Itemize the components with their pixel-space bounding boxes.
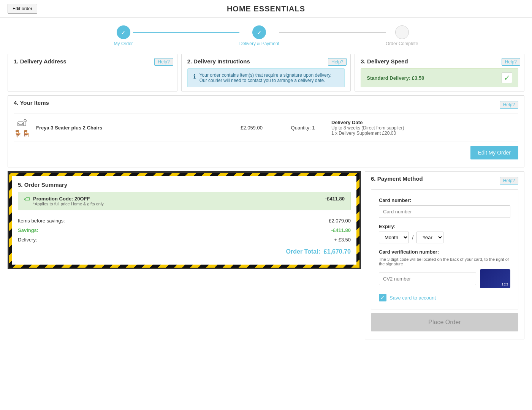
delivery-speed-title: 3. Delivery Speed	[361, 58, 518, 65]
savings-value: -£411.80	[331, 227, 351, 233]
item-delivery-title: Delivery Date	[331, 120, 518, 125]
delivery-speed-option[interactable]: Standard Delivery: £3.50 ✓	[361, 68, 518, 87]
delivery-speed-section: 3. Delivery Speed Help? Standard Deliver…	[355, 54, 524, 91]
edit-order-footer: Edit My Order	[14, 142, 518, 163]
delivery-instructions-title: 2. Delivery Instructions	[187, 58, 345, 65]
delivery-speed-check: ✓	[502, 73, 512, 83]
item-name: Freya 3 Seater plus 2 Chairs	[36, 125, 223, 131]
items-before-savings-value: £2,079.00	[329, 218, 351, 224]
edit-order-button[interactable]: Edit order	[8, 4, 37, 14]
cvv-row: 123	[379, 269, 510, 288]
main-content: 1. Delivery Address Help? 2. Delivery In…	[0, 50, 532, 343]
step-label-order-complete: Order Complete	[386, 41, 418, 46]
month-select[interactable]: Month 01020304 05060708 09101112	[379, 232, 409, 243]
step-line-2	[279, 32, 386, 33]
item-price: £2,059.00	[229, 125, 274, 131]
step-circle-order-complete	[395, 25, 409, 39]
bottom-row: 5. Order Summary 🏷 Promotion Code: 20OFF…	[8, 171, 524, 339]
expiry-slash: /	[412, 234, 413, 241]
item-delivery-supplement: 1 x Delivery Supplement £20.00	[331, 131, 518, 136]
delivery-instructions-info: ℹ Your order contains item(s) that requi…	[187, 68, 345, 87]
delivery-address-section: 1. Delivery Address Help?	[8, 54, 177, 91]
order-summary-wrapper: 5. Order Summary 🏷 Promotion Code: 20OFF…	[8, 171, 361, 339]
expiry-label: Expiry:	[379, 224, 510, 229]
chairs-icon: 🪑🪑	[14, 129, 30, 138]
delivery-address-help[interactable]: Help?	[154, 58, 173, 66]
promo-text-block: Promotion Code: 20OFF *Applies to full p…	[33, 196, 104, 206]
save-card-checkbox[interactable]: ✓	[379, 294, 386, 301]
cvv-input[interactable]	[379, 273, 476, 285]
order-summary-title: 5. Order Summary	[18, 181, 351, 188]
payment-help[interactable]: Help?	[500, 177, 518, 184]
step-label-my-order: My Order	[114, 41, 133, 46]
items-before-savings-label: Items before savings:	[18, 218, 65, 224]
card-number-graphic: 123	[502, 282, 508, 286]
info-icon: ℹ	[193, 73, 196, 80]
your-items-title: 4. Your Items	[14, 99, 49, 106]
step-circle-delivery-payment: ✓	[252, 25, 266, 39]
your-items-help[interactable]: Help?	[500, 101, 518, 109]
delivery-instructions-section: 2. Delivery Instructions Help? ℹ Your or…	[181, 54, 351, 91]
year-select[interactable]: Year 202420252026 2027202820292030	[416, 232, 443, 243]
section-row-1: 1. Delivery Address Help? 2. Delivery In…	[8, 54, 524, 91]
step-my-order: ✓ My Order	[114, 25, 133, 46]
expiry-row: Month 01020304 05060708 09101112 / Year …	[379, 232, 510, 243]
card-graphic: 123	[480, 269, 510, 288]
place-order-button[interactable]: Place Order	[371, 313, 518, 331]
promo-amount: -£411.80	[325, 196, 345, 202]
your-items-section: 4. Your Items Help? 🛋 🪑🪑 Freya 3 Seater …	[8, 95, 524, 167]
step-line-1	[133, 32, 239, 33]
step-label-delivery-payment: Delivery & Payment	[239, 41, 279, 46]
promo-note: *Applies to full price Home & gifts only…	[33, 202, 104, 206]
promo-left: 🏷 Promotion Code: 20OFF *Applies to full…	[24, 196, 104, 206]
order-total-label: Order Total:	[286, 248, 320, 255]
save-card-label[interactable]: Save card to account	[390, 295, 436, 301]
your-items-header: 4. Your Items Help?	[14, 99, 518, 110]
order-total-value: £1,670.70	[324, 248, 351, 255]
delivery-instructions-help[interactable]: Help?	[328, 58, 347, 66]
savings-label: Savings:	[18, 227, 38, 233]
item-image: 🛋 🪑🪑	[14, 118, 30, 138]
hazard-border: 5. Order Summary 🏷 Promotion Code: 20OFF…	[8, 171, 361, 269]
order-summary-inner: 5. Order Summary 🏷 Promotion Code: 20OFF…	[12, 176, 356, 265]
delivery-value: + £3.50	[334, 237, 351, 243]
savings-line: Savings: -£411.80	[18, 226, 351, 235]
payment-method-header: 6. Payment Method Help?	[371, 175, 518, 186]
step-delivery-payment: ✓ Delivery & Payment	[239, 25, 279, 46]
delivery-label: Delivery:	[18, 237, 37, 243]
table-row: 🛋 🪑🪑 Freya 3 Seater plus 2 Chairs £2,059…	[14, 114, 518, 142]
step-order-complete: Order Complete	[386, 25, 418, 46]
payment-method-section: 6. Payment Method Help? Card number: Exp…	[365, 171, 524, 339]
promo-code: Promotion Code: 20OFF	[33, 196, 104, 202]
cvv-description: The 3 digit code will be located on the …	[379, 257, 510, 266]
card-number-input[interactable]	[379, 205, 510, 218]
page-header: Edit order HOME ESSENTIALS	[0, 0, 532, 18]
save-card-row: ✓ Save card to account	[379, 294, 510, 301]
cvv-label: Card verification number:	[379, 249, 510, 255]
delivery-instructions-message: Your order contains item(s) that require…	[200, 73, 339, 83]
item-quantity: Quantity: 1	[280, 125, 326, 131]
edit-my-order-button[interactable]: Edit My Order	[470, 146, 518, 159]
payment-method-title: 6. Payment Method	[371, 175, 423, 182]
page-title: HOME ESSENTIALS	[227, 5, 305, 13]
progress-bar: ✓ My Order ✓ Delivery & Payment Order Co…	[0, 18, 532, 50]
step-circle-my-order: ✓	[117, 25, 130, 39]
order-total-line: Order Total: £1,670.70	[18, 244, 351, 259]
sofa-icon: 🛋	[17, 118, 27, 128]
promo-box: 🏷 Promotion Code: 20OFF *Applies to full…	[18, 192, 351, 210]
delivery-address-title: 1. Delivery Address	[14, 58, 171, 65]
promo-tag-icon: 🏷	[24, 196, 30, 203]
place-order-section: Place Order	[371, 309, 518, 335]
payment-inner: Card number: Expiry: Month 01020304 0506…	[371, 189, 518, 309]
card-number-label: Card number:	[379, 197, 510, 203]
item-delivery-info: Delivery Date Up to 8 weeks (Direct from…	[331, 120, 518, 136]
delivery-line: Delivery: + £3.50	[18, 235, 351, 244]
items-before-savings-line: Items before savings: £2,079.00	[18, 216, 351, 226]
delivery-speed-help[interactable]: Help?	[502, 58, 520, 66]
delivery-speed-label: Standard Delivery: £3.50	[367, 75, 424, 81]
item-delivery-date: Up to 8 weeks (Direct from supplier)	[331, 125, 518, 131]
